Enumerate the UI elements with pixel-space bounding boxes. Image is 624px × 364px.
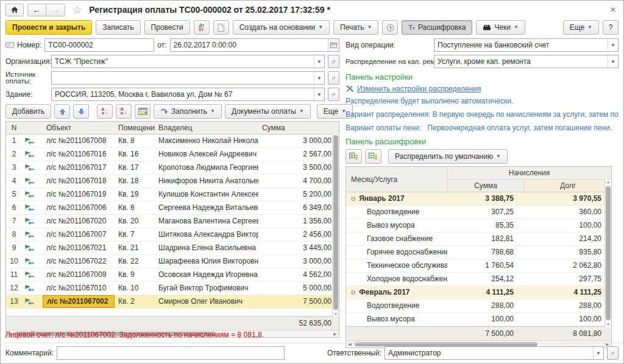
cell-object[interactable]: л/с №2011067006 xyxy=(43,201,115,214)
col-sum[interactable]: Сумма xyxy=(258,122,339,134)
cell-month-service[interactable]: Вывоз мусора xyxy=(346,313,447,326)
cell-month-service[interactable]: Горячее водоснабжение xyxy=(346,246,447,259)
table-row[interactable]: 3л/с №2011067017Кв. 17Кропотова Людмила … xyxy=(6,161,339,175)
cell-object[interactable]: л/с №2011067017 xyxy=(43,161,115,174)
cell-accrual-sum[interactable]: 4 111,25 xyxy=(447,286,525,299)
table-row[interactable]: 2л/с №2011067016Кв. 16Новиков Алексей Ан… xyxy=(6,148,339,161)
cell-sum[interactable]: 4 700,00 xyxy=(258,175,339,187)
breakdown-row[interactable]: Горячее водоснабжение798,68935,80 xyxy=(346,246,611,259)
payment-source-dropdown-icon[interactable]: ▼ xyxy=(314,72,324,84)
breakdown-row[interactable]: ⊖Январь 20173 388,753 970,55 xyxy=(346,192,611,206)
operation-kind-field[interactable]: Поступление на банковский счет ▼ xyxy=(434,38,619,52)
sort-descending-button[interactable]: Яа↓ xyxy=(116,104,132,119)
calendar-icon[interactable] xyxy=(328,39,339,51)
responsible-field[interactable]: Администратор ▼ xyxy=(385,346,604,360)
payments-vscrollbar[interactable]: ▼ xyxy=(332,134,339,317)
cell-room[interactable]: Кв. 21 xyxy=(115,242,155,254)
table-row[interactable]: 10л/с №2011067022Кв. 22Шарафеева Юлия Ви… xyxy=(6,255,339,268)
cell-accrual-sum[interactable]: 100,00 xyxy=(447,313,525,326)
cell-sum[interactable]: 3 000,00 xyxy=(258,135,339,147)
cell-owner[interactable]: Сергеева Надежда Витальевна xyxy=(155,201,258,214)
cell-room[interactable]: Кв. 22 xyxy=(115,255,155,268)
cell-sum[interactable]: 5 200,00 xyxy=(258,188,339,201)
cell-accrual-debt[interactable]: 100,00 xyxy=(525,313,611,326)
cell-sum[interactable]: 1 356,00 xyxy=(258,215,339,228)
cell-sum[interactable]: 5 000,00 xyxy=(258,282,339,295)
breakdown-vscrollbar[interactable]: ▲ ▼ xyxy=(604,179,611,327)
organization-value[interactable]: ТСЖ "Престиж" xyxy=(52,55,314,68)
dtkt-button[interactable]: ДтКт xyxy=(194,20,210,35)
operation-kind-value[interactable]: Поступление на банковский счет xyxy=(434,39,608,51)
checks-button[interactable]: Чеки▼ xyxy=(476,20,525,35)
table-row[interactable]: 7л/с №2011067020Кв. 20Маганова Валентина… xyxy=(6,215,339,228)
close-icon[interactable]: ✕ xyxy=(608,4,619,15)
col-flag[interactable] xyxy=(22,122,37,134)
cell-accrual-sum[interactable]: 1 760,54 xyxy=(447,259,525,272)
cell-room[interactable]: Кв. 16 xyxy=(115,148,155,161)
cell-accrual-debt[interactable]: 3 970,55 xyxy=(525,192,611,205)
sort-ascending-button[interactable]: Ая↓ xyxy=(97,104,113,119)
responsible-open-button[interactable] xyxy=(607,346,619,360)
cell-accrual-sum[interactable]: 182,81 xyxy=(447,233,525,245)
cell-room[interactable]: Кв. 17 xyxy=(115,161,155,174)
document-structure-button[interactable] xyxy=(213,20,229,35)
breakdown-row[interactable]: Вывоз мусора100,00100,00 xyxy=(346,313,611,326)
breakdown-row[interactable]: ⊖Февраль 20174 111,254 111,25 xyxy=(346,286,611,299)
cell-accrual-debt[interactable]: 935,80 xyxy=(525,246,611,259)
payment-source-input[interactable] xyxy=(52,72,314,84)
cell-accrual-debt[interactable]: 288,00 xyxy=(525,299,611,312)
cell-sum[interactable]: 2 567,00 xyxy=(258,148,339,161)
table-row[interactable]: 8л/с №2011067007Кв. 7Шитякова Александра… xyxy=(6,228,339,242)
cell-accrual-sum[interactable]: 288,00 xyxy=(447,299,525,312)
building-field[interactable]: РОССИЯ, 113205, Москва г, Вавилова ул, Д… xyxy=(51,88,325,101)
back-button[interactable]: ← xyxy=(27,4,46,16)
col-accrual-debt[interactable]: Долг xyxy=(525,180,611,192)
breakdown-row[interactable]: Вывоз мусора85,35100,00 xyxy=(346,219,611,233)
cell-owner[interactable]: Кулишов Константин Алексеевич xyxy=(155,188,258,201)
add-row-button[interactable]: Добавить xyxy=(5,104,51,119)
cell-owner[interactable]: Новиков Алексей Андреевич xyxy=(155,148,258,161)
comment-field[interactable] xyxy=(57,346,285,360)
cell-room[interactable]: Кв. 8 xyxy=(115,135,155,147)
home-button[interactable] xyxy=(5,4,24,16)
print-button[interactable]: Печать▼ xyxy=(333,20,378,35)
cell-month-service[interactable]: Газовое снабжение xyxy=(346,233,447,245)
more-button[interactable]: Еще▼ xyxy=(563,20,599,35)
cell-object[interactable]: л/с №2011067020 xyxy=(43,215,115,228)
cell-month-service[interactable]: Водоотведение xyxy=(346,299,447,312)
responsible-dropdown-icon[interactable]: ▼ xyxy=(593,347,603,359)
table-row[interactable]: 9л/с №2011067021Кв. 21Шадрина Елена Васи… xyxy=(6,242,339,255)
cell-accrual-sum[interactable]: 307,25 xyxy=(447,206,525,219)
change-distribution-settings-link[interactable]: Изменить настройки распределения xyxy=(357,85,481,93)
breakdown-row[interactable]: Водоотведение288,00288,00 xyxy=(346,299,611,313)
cell-room[interactable]: Кв. 7 xyxy=(115,228,155,241)
table-row[interactable]: 6л/с №2011067006Кв. 6Сергеева Надежда Ви… xyxy=(6,201,339,215)
move-up-button[interactable] xyxy=(54,104,70,119)
cell-object[interactable]: л/с №2011067022 xyxy=(43,255,115,268)
cell-month-service[interactable]: ⊖Январь 2017 xyxy=(346,192,447,205)
cell-accrual-sum[interactable]: 798,68 xyxy=(447,246,525,259)
cell-owner[interactable]: Осовская Надежда Игоревна xyxy=(155,268,258,281)
table-row[interactable]: 11л/с №2011067009Кв. 9Осовская Надежда И… xyxy=(6,268,339,282)
collapse-icon[interactable]: ⊖ xyxy=(350,289,356,296)
cell-month-service[interactable]: ⊖Февраль 2017 xyxy=(346,286,447,299)
cell-owner[interactable]: Маганова Валентина Сергеевна xyxy=(155,215,258,228)
cell-room[interactable]: Кв. 2 xyxy=(115,295,155,308)
cell-sum[interactable]: 3 000,00 xyxy=(258,255,339,268)
cell-owner[interactable]: Смирнов Олег Иванович xyxy=(155,295,258,308)
cell-room[interactable]: Кв. 9 xyxy=(115,268,155,281)
expand-all-button[interactable] xyxy=(346,149,362,164)
cell-accrual-debt[interactable]: 214,20 xyxy=(525,233,611,245)
number-value[interactable]: ТС00-000002 xyxy=(45,39,154,51)
cell-accrual-sum[interactable]: 85,35 xyxy=(447,219,525,232)
table-row[interactable]: 4л/с №2011067018Кв. 18Никифоров Никита А… xyxy=(6,175,339,188)
organization-dropdown-icon[interactable]: ▼ xyxy=(314,55,324,68)
responsible-value[interactable]: Администратор xyxy=(385,347,593,359)
cell-object[interactable]: л/с №2011067016 xyxy=(43,148,115,161)
capital-repair-value[interactable]: Услуги, кроме кап. ремонта xyxy=(434,55,608,68)
cell-room[interactable]: Кв. 6 xyxy=(115,201,155,214)
cell-object[interactable]: л/с №2011067008 xyxy=(43,135,115,147)
move-down-button[interactable] xyxy=(73,104,89,119)
cell-accrual-sum[interactable]: 3 388,75 xyxy=(447,192,525,205)
cell-object[interactable]: л/с №2011067019 xyxy=(43,188,115,201)
